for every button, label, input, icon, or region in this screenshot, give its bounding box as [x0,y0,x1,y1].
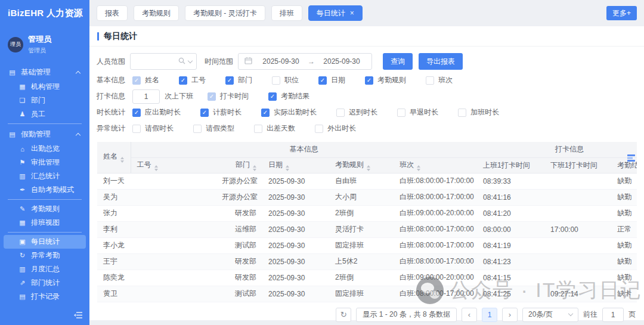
column-header-label: 日期 [268,160,283,169]
checkbox-班次[interactable] [426,76,434,85]
close-icon[interactable]: × [350,9,354,17]
next-page-button[interactable]: › [502,308,518,322]
cell-工号 [131,253,216,270]
clock-count-input[interactable] [132,89,160,104]
sidebar-group-base-management[interactable]: ▤基础管理 [0,64,89,80]
date-range-arrow: → [305,57,318,66]
checkbox-考勤结果[interactable]: ✓ [268,92,277,101]
cell-部门: 测试部 [216,237,262,253]
prev-page-button[interactable]: ‹ [462,308,477,322]
checkbox-迟到时长[interactable] [336,109,345,117]
sidebar-item-schedule-view[interactable]: ▦排班视图 [0,216,89,230]
checkbox-label: 加班时长 [470,107,499,117]
tab-报表[interactable]: 报表 [97,5,128,21]
checkbox-职位[interactable] [272,76,280,85]
date-from-value[interactable]: 2025-09-30 [257,57,305,66]
cell-班次: 白班:09:00:00-20:00:00 [394,270,477,286]
tab-label: 排班 [280,8,294,18]
sidebar-item-daily-stats[interactable]: ▣每日统计 [4,235,86,249]
search-button[interactable]: 查询 [383,53,413,70]
sidebar-item-label: 每日统计 [31,237,60,247]
column-settings-icon[interactable] [627,154,635,163]
option-早退时长: 早退时长 [397,107,438,117]
sort-icon [253,165,256,171]
cell-工号 [131,205,216,221]
sidebar-item-org-management[interactable]: ▦机构管理 [0,80,89,94]
option-考勤规则: ✓考勤规则 [365,75,406,85]
checkbox-早退时长[interactable] [397,109,405,117]
collapse-sidebar-icon[interactable] [74,311,83,321]
checkbox-日期[interactable]: ✓ [318,76,327,85]
option-row-label: 时长统计 [97,107,132,117]
checkbox-工号[interactable]: ✓ [179,76,187,85]
checkbox-部门[interactable]: ✓ [225,76,234,85]
cell-上班1打卡时间: 08:41:16 [477,189,544,205]
refresh-icon: ↻ [18,252,27,259]
person-range-input[interactable] [130,53,197,70]
column-header-考勤规则[interactable]: 考勤规则 [329,157,394,173]
checkbox-label: 姓名 [145,75,159,85]
table-row: 陈奕龙研发部2025-09-302班倒白班:09:00:00-20:00:000… [97,270,637,286]
avatar: 理员 [8,37,23,52]
sidebar-item-monthly-summary[interactable]: ▥月度汇总 [0,262,89,276]
cell-班次: 白班:08:00:00-17:00:00 [394,173,477,189]
cell-考勤规则: 2班倒 [329,205,394,221]
checkbox-label: 日期 [331,75,345,85]
sidebar-menu: ▤基础管理▦机构管理❏部门♟员工▤假勤管理⌂出勤总览⚑审批管理▥汇总统计✒自助考… [0,64,89,304]
date-range-picker[interactable]: 2025-09-30 → 2025-09-30 [238,53,372,70]
column-header-日期[interactable]: 日期 [262,157,329,173]
cell-日期: 2025-09-30 [262,270,329,286]
tab-label: 考勤规则 - 灵活打卡 [193,8,257,18]
sidebar-item-self-attendance-mode[interactable]: ✒自助考勤模式 [0,183,89,197]
checkbox-考勤规则[interactable]: ✓ [365,76,373,85]
checkbox-加班时长[interactable] [458,109,466,117]
sort-icon [154,165,158,171]
checkbox-应出勤时长[interactable]: ✓ [132,109,141,117]
goto-page-input[interactable] [602,308,624,322]
checkbox-计薪时长[interactable]: ✓ [200,109,209,117]
sidebar-item-employee[interactable]: ♟员工 [0,107,89,121]
checkbox-实际出勤时长[interactable]: ✓ [261,109,270,117]
cell-考勤规则: 固定排班 [329,286,394,302]
sidebar-item-approval-management[interactable]: ⚑审批管理 [0,156,89,169]
table-row: 吴为开源办公室2025-09-30大小周白班:08:00:00-17:00:00… [97,189,637,205]
tab-label: 每日统计 [317,8,345,18]
tab-排班[interactable]: 排班 [271,5,302,21]
sidebar-item-attendance-rules[interactable]: ✎考勤规则 [0,202,89,216]
column-header-姓名[interactable]: 姓名 [97,142,131,173]
sidebar-item-attendance-overview[interactable]: ⌂出勤总览 [0,142,89,156]
cell-考勤结果: 缺勤 [611,189,637,205]
checkbox-label: 考勤规则 [377,75,406,85]
page-size-select[interactable]: 20条/页 [522,308,578,322]
checkbox-出差天数[interactable] [254,125,262,133]
refresh-button[interactable]: ↻ [336,308,351,322]
sidebar-group-leave-management[interactable]: ▤假勤管理 [0,126,89,142]
current-page-button[interactable]: 1 [482,308,497,322]
tabs-container: 报表考勤规则考勤规则 - 灵活打卡排班每日统计× [97,5,369,21]
cell-班次: 白班:09:00:00-20:00:00 [394,205,477,221]
checkbox-姓名[interactable]: ✓ [132,76,141,85]
column-header-部门[interactable]: 部门 [216,157,262,173]
tab-考勤规则 - 灵活打卡[interactable]: 考勤规则 - 灵活打卡 [185,5,265,21]
column-header-班次[interactable]: 班次 [394,157,477,173]
sidebar-item-department-stats[interactable]: ⇗部门统计 [0,276,89,290]
option-row-label: 基本信息 [97,75,132,85]
column-header-工号[interactable]: 工号 [131,157,216,173]
tab-考勤规则[interactable]: 考勤规则 [134,5,179,21]
checkbox-label: 工号 [191,75,206,85]
sidebar-item-summary-stats[interactable]: ▥汇总统计 [0,169,89,183]
checkbox-请假类型[interactable] [193,125,202,133]
sidebar-item-clock-records[interactable]: ▤打卡记录 [0,290,89,304]
more-button[interactable]: 更多+ [606,6,637,20]
tab-label: 报表 [105,8,119,18]
date-to-value[interactable]: 2025-09-30 [318,57,366,66]
pagination: ↻ 显示 1 - 20 条，共 8 条数据 ‹ 1 › 20条/页 前往 页 [89,308,636,322]
sidebar-item-abnormal-attendance[interactable]: ↻异常考勤 [0,249,89,262]
checkbox-外出时长[interactable] [315,125,323,133]
sidebar-item-department[interactable]: ❏部门 [0,94,89,107]
tab-每日统计[interactable]: 每日统计× [308,5,363,21]
checkbox-请假时长[interactable] [132,125,141,133]
checkbox-打卡时间[interactable]: ✓ [208,92,216,101]
export-report-button[interactable]: 导出报表 [419,53,463,70]
user-block[interactable]: 理员 管理员 管理员 [8,34,89,55]
